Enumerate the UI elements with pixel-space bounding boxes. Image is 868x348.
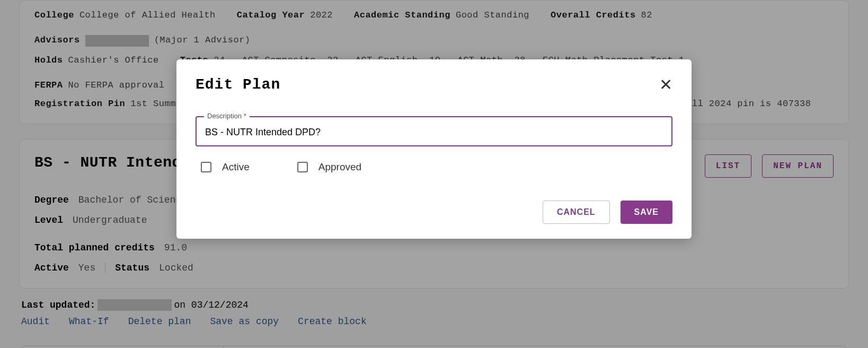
modal-title: Edit Plan [196, 76, 280, 93]
description-input[interactable] [196, 116, 672, 146]
cancel-button[interactable]: CANCEL [543, 201, 610, 224]
description-label: Description * [204, 112, 250, 120]
approved-checkbox[interactable] [297, 162, 308, 172]
active-checkbox[interactable] [201, 162, 211, 172]
active-checkbox-label: Active [222, 161, 250, 173]
edit-plan-modal: Edit Plan ✕ Description * Active Approve… [176, 59, 692, 239]
close-icon[interactable]: ✕ [659, 77, 672, 93]
approved-checkbox-label: Approved [318, 161, 361, 173]
save-button[interactable]: SAVE [621, 201, 672, 224]
